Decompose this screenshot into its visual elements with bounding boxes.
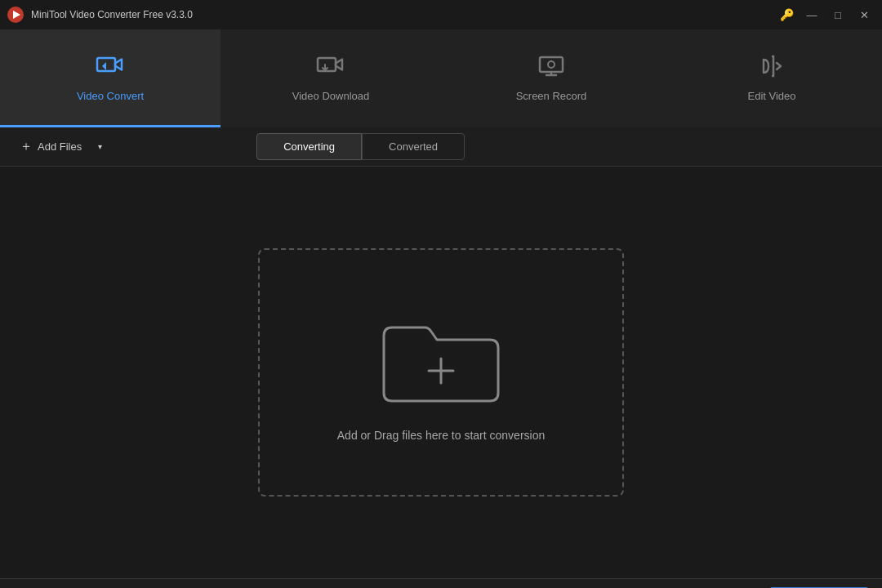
tab-edit-video[interactable]: Edit Video [662,29,882,127]
tab-screen-record-label: Screen Record [516,90,587,102]
key-icon-area: 🔑 [780,8,794,21]
add-files-label: Add Files [38,140,82,153]
svg-point-7 [548,61,555,68]
title-bar: MiniTool Video Converter Free v3.3.0 🔑 —… [0,0,882,29]
main-content: Add or Drag files here to start conversi… [0,167,882,578]
svg-rect-4 [540,57,563,72]
tab-screen-record[interactable]: Screen Record [441,29,662,127]
converted-tab[interactable]: Converted [362,133,465,160]
screen-record-icon [537,53,566,83]
tab-video-convert-label: Video Convert [77,90,144,102]
drop-zone[interactable]: Add or Drag files here to start conversi… [258,248,624,497]
edit-video-icon [757,53,786,83]
maximize-button[interactable]: □ [826,6,849,24]
dropdown-chevron-icon: ▾ [98,142,102,151]
close-button[interactable]: ✕ [853,6,875,24]
tab-video-download-label: Video Download [292,90,369,102]
nav-tabs: Video Convert Video Download Screen Reco… [0,29,882,127]
add-files-button[interactable]: ＋ Add Files [13,133,88,160]
footer: ⏰ Output ▾ Convert all files to MP4 MP4H… [0,578,882,588]
drop-zone-text: Add or Drag files here to start conversi… [337,429,545,442]
folder-add-icon [376,303,506,409]
add-files-dropdown-button[interactable]: ▾ [90,136,109,158]
add-files-plus-icon: ＋ [20,138,33,155]
key-icon: 🔑 [780,8,794,21]
tab-video-convert[interactable]: Video Convert [0,29,220,127]
app-title: MiniTool Video Converter Free v3.3.0 [31,9,780,20]
toolbar: ＋ Add Files ▾ Converting Converted [0,127,882,167]
minimize-button[interactable]: — [800,6,823,24]
title-bar-controls: — □ ✕ [800,6,875,24]
video-download-icon [316,53,345,83]
converting-tab[interactable]: Converting [256,133,362,160]
tab-video-download[interactable]: Video Download [220,29,441,127]
app-logo [7,6,24,24]
sub-tab-group: Converting Converted [256,133,465,160]
tab-edit-video-label: Edit Video [747,90,795,102]
video-convert-icon [96,53,125,83]
